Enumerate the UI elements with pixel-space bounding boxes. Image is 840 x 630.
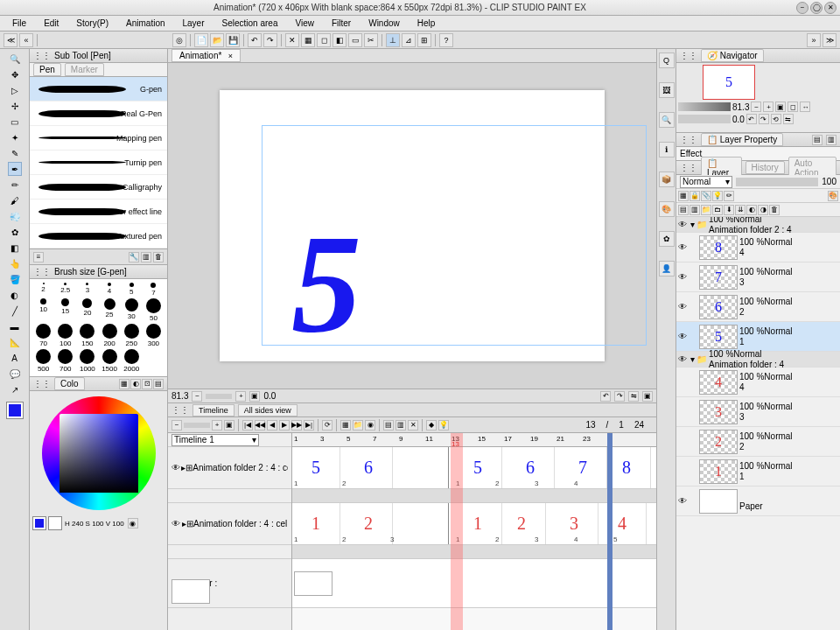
nav-zoom-slider[interactable]: [678, 102, 731, 111]
handle-icon[interactable]: ⋮⋮: [33, 51, 51, 60]
brush-size-25[interactable]: 25: [99, 298, 119, 322]
nav-reset-icon[interactable]: ⟲: [771, 114, 781, 124]
brush-size-1500[interactable]: 1500: [99, 349, 119, 373]
reset-icon[interactable]: ▣: [642, 391, 653, 402]
info-icon[interactable]: ℹ: [659, 142, 675, 158]
frame-cell[interactable]: 4: [598, 503, 647, 544]
nav-zoom-in-icon[interactable]: +: [763, 102, 774, 112]
move-tool[interactable]: ✥: [8, 67, 22, 81]
material2-icon[interactable]: ✿: [659, 231, 675, 247]
document-tab[interactable]: Animation* ×: [172, 49, 241, 62]
menu-edit[interactable]: Edit: [35, 17, 67, 30]
grid-snap-icon[interactable]: ⊞: [417, 33, 431, 47]
cel-del-icon[interactable]: ✕: [408, 420, 418, 430]
brush-size-5[interactable]: 5: [122, 283, 142, 297]
brush-size-700[interactable]: 700: [55, 349, 75, 373]
color-ring-icon[interactable]: ◉: [128, 518, 138, 528]
brush-tool[interactable]: 🖌: [8, 193, 22, 207]
frame-cell[interactable]: 1: [292, 503, 340, 544]
frame-tool[interactable]: ▬: [8, 319, 22, 333]
track-paper[interactable]: [292, 559, 656, 608]
canvas[interactable]: 5: [220, 90, 605, 361]
brush-size-2000[interactable]: 2000: [122, 349, 142, 373]
track-header-2[interactable]: 👁 ▸ ⊞ Animation folder : 4 : cel: [168, 503, 291, 545]
new-icon[interactable]: 📄: [194, 33, 208, 47]
undo-icon[interactable]: ↶: [248, 33, 262, 47]
track-header-1[interactable]: 👁 ▸ ⊞ Animation folder 2 : 4 : cel: [168, 447, 291, 489]
item-bank-icon[interactable]: 📦: [659, 172, 675, 187]
brush-for-effect-line[interactable]: For effect line: [30, 200, 167, 224]
new-tfolder-icon[interactable]: 📁: [701, 205, 711, 215]
layer-folder[interactable]: 👁▾📁100 %NormalAnimation folder 2 : 4: [676, 217, 840, 233]
brush-size-7[interactable]: 7: [144, 283, 164, 297]
layer-folder[interactable]: 👁▾📁100 %NormalAnimation folder : 4: [676, 352, 840, 368]
blend-mode-dropdown[interactable]: Normal▾: [680, 176, 732, 188]
clear-icon[interactable]: ✕: [285, 33, 299, 47]
foreground-color[interactable]: [7, 402, 23, 418]
minimize-button[interactable]: −: [796, 2, 808, 14]
magnify-tool[interactable]: 🔍: [8, 52, 22, 66]
handle-icon[interactable]: ⋮⋮: [172, 405, 189, 415]
brush-calligraphy[interactable]: Calligraphy: [30, 175, 167, 200]
layer-row[interactable]: 1100 %Normal1: [676, 457, 840, 486]
pen-tool[interactable]: ✒: [8, 162, 22, 176]
select-all-icon[interactable]: ▦: [301, 33, 315, 47]
blend-tool[interactable]: 👆: [8, 256, 22, 270]
new-cel-icon[interactable]: ▦: [340, 420, 351, 430]
rotate-right-icon[interactable]: ↷: [614, 391, 625, 402]
subtool-tab-marker[interactable]: Marker: [65, 63, 104, 76]
material3-icon[interactable]: 👤: [659, 261, 675, 276]
zoom-out-icon[interactable]: −: [192, 391, 202, 402]
new-folder-icon[interactable]: 📁: [353, 420, 363, 430]
layer-row[interactable]: 2100 %Normal2: [676, 427, 840, 457]
ref-icon[interactable]: 💡: [712, 191, 723, 201]
handle-icon[interactable]: ⋮⋮: [680, 51, 697, 60]
apply-mask-icon[interactable]: ◑: [758, 205, 768, 215]
brush-size-4[interactable]: 4: [99, 283, 119, 297]
lock-trans-icon[interactable]: ▦: [678, 191, 689, 201]
subview-icon[interactable]: 🖼: [659, 82, 675, 98]
invert-icon[interactable]: ◧: [332, 33, 346, 47]
brush-size-2.5[interactable]: 2.5: [55, 283, 75, 297]
playhead[interactable]: [451, 433, 463, 630]
nav-rotate-slider[interactable]: [678, 115, 731, 123]
pencil-tool[interactable]: ✏: [8, 178, 22, 192]
draft-icon[interactable]: ✏: [724, 191, 734, 201]
nav-fit-icon[interactable]: ▣: [775, 102, 786, 112]
play-icon[interactable]: ▶: [279, 420, 290, 430]
transfer-down-icon[interactable]: ⬇: [724, 205, 734, 215]
frame-cell[interactable]: 6: [507, 447, 555, 488]
menu-filter[interactable]: Filter: [323, 17, 360, 30]
frame-cell[interactable]: 6: [345, 447, 393, 488]
timeline-tab[interactable]: Timeline: [192, 404, 234, 416]
maximize-button[interactable]: ◯: [810, 2, 822, 14]
play-back-icon[interactable]: ◀: [267, 420, 277, 430]
nav-rotleft-icon[interactable]: ↶: [746, 114, 757, 124]
subtool-add-icon[interactable]: ▥: [141, 252, 151, 262]
nav-zoom-out-icon[interactable]: −: [751, 102, 761, 112]
color-wheel[interactable]: [42, 396, 156, 510]
canvas-area[interactable]: 5: [168, 63, 656, 388]
redo-icon[interactable]: ↷: [263, 33, 277, 47]
tl-zoom-out-icon[interactable]: −: [172, 420, 182, 430]
menu-selectionarea[interactable]: Selection area: [214, 17, 287, 30]
handle-icon[interactable]: ⋮⋮: [680, 163, 697, 172]
color-set-icon[interactable]: ▦: [119, 379, 130, 389]
eraser-tool[interactable]: ◧: [8, 241, 22, 255]
close-button[interactable]: ✕: [824, 2, 836, 14]
border-icon[interactable]: ▭: [348, 33, 362, 47]
subtool-prop-icon[interactable]: 🔧: [129, 252, 139, 262]
search-layer-icon[interactable]: 🔍: [659, 112, 675, 128]
handle-icon[interactable]: ⋮⋮: [33, 379, 51, 388]
decoration-tool[interactable]: ✿: [8, 225, 22, 239]
light-table-icon[interactable]: 💡: [438, 420, 449, 430]
menu-help[interactable]: Help: [409, 17, 444, 30]
ruler-snap-icon[interactable]: ⊥: [386, 33, 400, 47]
color-tab[interactable]: Colo: [54, 377, 85, 390]
subtool-delete-icon[interactable]: 🗑: [153, 252, 164, 262]
operation-tool[interactable]: ▷: [8, 83, 22, 97]
marquee-tool[interactable]: ▭: [8, 115, 22, 129]
keyframe-icon[interactable]: ◆: [426, 420, 437, 430]
menu-layer[interactable]: Layer: [174, 17, 214, 30]
color-history-icon[interactable]: ▤: [153, 379, 164, 389]
